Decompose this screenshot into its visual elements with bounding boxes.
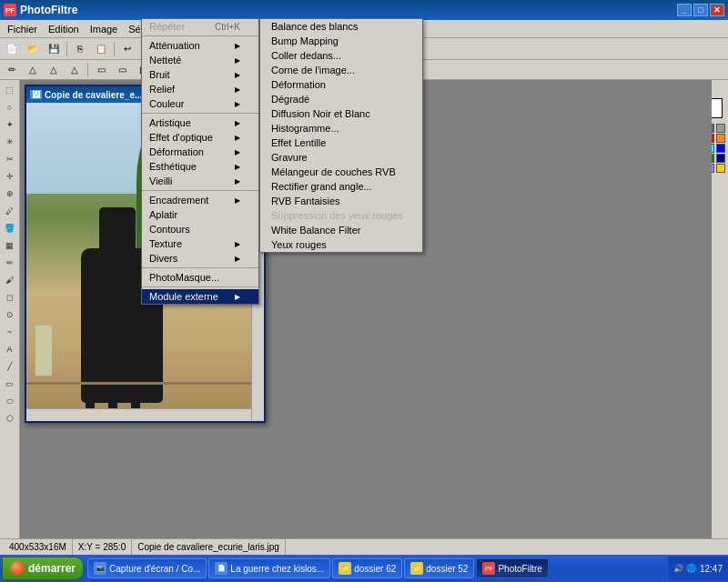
filter-vieilli-arrow: ▶ xyxy=(235,177,240,186)
color-medgray[interactable] xyxy=(716,124,725,133)
gradient-tool[interactable]: ▦ xyxy=(2,237,18,254)
taskbar-icon-photofiltre: PF xyxy=(482,562,495,575)
paste-btn[interactable]: 📋 xyxy=(91,40,111,58)
save-btn[interactable]: 💾 xyxy=(44,40,64,58)
filter-bruit-arrow: ▶ xyxy=(235,71,240,79)
sub-white-balance[interactable]: White Balance Filter xyxy=(260,223,422,237)
taskbar-item-dossier52[interactable]: 📁 dossier 52 xyxy=(404,558,474,578)
filter-repeter-label: Répéter xyxy=(149,21,185,32)
select-btn[interactable]: ▭ xyxy=(91,61,111,79)
filter-bruit[interactable]: Bruit ▶ xyxy=(142,67,258,82)
ellipse-shape-tool[interactable]: ⬭ xyxy=(2,393,18,409)
shape3-btn[interactable]: △ xyxy=(65,61,85,79)
zoom-tool[interactable]: ⊕ xyxy=(2,186,18,202)
filter-repeter[interactable]: Répéter Ctrl+K xyxy=(142,19,258,34)
sub-bump-mapping[interactable]: Bump Mapping xyxy=(260,34,422,48)
sub-effet-lentille[interactable]: Effet Lentille xyxy=(260,135,422,150)
taskbar-item-photofiltre[interactable]: PF PhotoFiltre xyxy=(476,558,548,578)
taskbar: démarrer 📷 Capture d'écran / Co... 📄 La … xyxy=(0,555,728,582)
filter-deformation-label: Déformation xyxy=(149,146,204,157)
sub-histogramme[interactable]: Histogramme... xyxy=(260,121,422,135)
color-gold[interactable] xyxy=(716,164,725,173)
select2-btn[interactable]: ▭ xyxy=(112,61,132,79)
paint-bucket-tool[interactable]: 🪣 xyxy=(2,220,18,236)
filter-module-externe[interactable]: Module externe ▶ xyxy=(142,289,258,304)
filter-attenuation[interactable]: Atténuation ▶ xyxy=(142,38,258,53)
shape-btn[interactable]: △ xyxy=(23,61,43,79)
filter-couleur[interactable]: Couleur ▶ xyxy=(142,96,258,111)
new-btn[interactable]: 📄 xyxy=(2,40,22,58)
select-rect-tool[interactable]: ⬚ xyxy=(2,82,18,98)
color-orange[interactable] xyxy=(716,134,725,143)
filter-repeter-shortcut: Ctrl+K xyxy=(215,22,240,32)
filter-couleur-arrow: ▶ xyxy=(235,100,240,108)
move-tool[interactable]: ✛ xyxy=(2,168,18,185)
sub-balance-blancs[interactable]: Balance des blancs xyxy=(260,19,422,34)
filter-sep-5 xyxy=(142,286,258,287)
filter-photomasque[interactable]: PhotoMasque... xyxy=(142,270,258,285)
window-controls: _ □ ✕ xyxy=(677,4,724,16)
image-scrollbar-h[interactable] xyxy=(26,408,251,421)
eyedropper-tool[interactable]: 🖊 xyxy=(2,203,18,219)
sub-deformation[interactable]: Déformation xyxy=(260,77,422,92)
tray-icons: 🔊 🌐 xyxy=(673,564,696,573)
taskbar-item-dossier62[interactable]: 📁 dossier 62 xyxy=(332,558,402,578)
draw-btn[interactable]: ✏ xyxy=(2,61,22,79)
filter-aplatir-label: Aplatir xyxy=(149,209,177,220)
menu-edition[interactable]: Edition xyxy=(43,21,85,37)
undo-btn[interactable]: ↩ xyxy=(117,40,137,58)
eraser-tool[interactable]: ◻ xyxy=(2,289,18,306)
sub-diffusion-nb[interactable]: Diffusion Noir et Blanc xyxy=(260,106,422,121)
menu-fichier[interactable]: Fichier xyxy=(2,21,43,37)
taskbar-item-capture[interactable]: 📷 Capture d'écran / Co... xyxy=(87,558,207,578)
filter-divers[interactable]: Divers ▶ xyxy=(142,251,258,266)
start-button[interactable]: démarrer xyxy=(2,557,84,580)
line-tool[interactable]: ╱ xyxy=(2,358,18,375)
minimize-button[interactable]: _ xyxy=(677,4,692,16)
filter-contours[interactable]: Contours xyxy=(142,222,258,236)
filter-encadrement-label: Encadrement xyxy=(149,195,208,206)
blur-tool[interactable]: ~ xyxy=(2,324,18,340)
sub-rectifier[interactable]: Rectifier grand angle... xyxy=(260,179,422,194)
pencil-tool[interactable]: ✏ xyxy=(2,255,18,271)
copy-btn[interactable]: ⎘ xyxy=(70,40,90,58)
filter-nettete[interactable]: Netteté ▶ xyxy=(142,53,258,67)
color-blue[interactable] xyxy=(716,144,725,153)
filter-artistique[interactable]: Artistique ▶ xyxy=(142,115,258,130)
sub-yeux-rouges[interactable]: Yeux rouges xyxy=(260,237,422,252)
menu-image[interactable]: Image xyxy=(85,21,124,37)
filter-deformation[interactable]: Déformation ▶ xyxy=(142,145,258,159)
sub-coller-dedans[interactable]: Coller dedans... xyxy=(260,48,422,63)
lasso-tool[interactable]: ✦ xyxy=(2,116,18,133)
sub-corne-image[interactable]: Corne de l'image... xyxy=(260,63,422,77)
filter-relief[interactable]: Relief ▶ xyxy=(142,82,258,96)
open-btn[interactable]: 📂 xyxy=(23,40,43,58)
magic-wand-tool[interactable]: ✳ xyxy=(2,134,18,150)
shape2-btn[interactable]: △ xyxy=(44,61,64,79)
title-bar: PF PhotoFiltre _ □ ✕ xyxy=(0,0,728,20)
filter-vieilli[interactable]: Vieilli ▶ xyxy=(142,174,258,188)
crop-tool[interactable]: ✂ xyxy=(2,151,18,167)
polygon-tool[interactable]: ⬡ xyxy=(2,410,18,426)
filter-attenuation-arrow: ▶ xyxy=(235,42,240,50)
horse-head xyxy=(99,207,136,253)
select-ellipse-tool[interactable]: ○ xyxy=(2,99,18,115)
filter-divers-arrow: ▶ xyxy=(235,255,240,263)
filter-texture[interactable]: Texture ▶ xyxy=(142,236,258,251)
text-tool[interactable]: A xyxy=(2,341,18,357)
sub-melangeur-rvb[interactable]: Mélangeur de couches RVB xyxy=(260,165,422,179)
sub-rvb-fantaisies[interactable]: RVB Fantaisies xyxy=(260,194,422,208)
taskbar-item-guerre[interactable]: 📄 La guerre chez kislos... xyxy=(208,558,330,578)
filter-esthetique[interactable]: Esthétique ▶ xyxy=(142,159,258,174)
clone-stamp-tool[interactable]: ⊙ xyxy=(2,306,18,323)
filter-optique[interactable]: Effet d'optique ▶ xyxy=(142,130,258,145)
color-darkblue[interactable] xyxy=(716,154,725,163)
maximize-button[interactable]: □ xyxy=(693,4,708,16)
brush-tool[interactable]: 🖌 xyxy=(2,272,18,288)
close-button[interactable]: ✕ xyxy=(710,4,724,16)
sub-gravure[interactable]: Gravure xyxy=(260,150,422,165)
rect-shape-tool[interactable]: ▭ xyxy=(2,376,18,392)
sub-degrade[interactable]: Dégradé xyxy=(260,92,422,106)
filter-aplatir[interactable]: Aplatir xyxy=(142,207,258,222)
filter-encadrement[interactable]: Encadrement ▶ xyxy=(142,193,258,207)
